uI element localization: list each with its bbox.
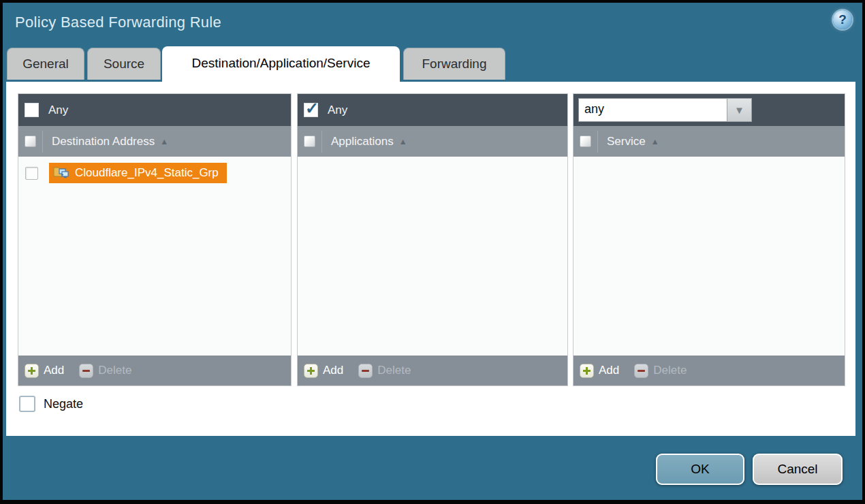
ok-button[interactable]: OK bbox=[656, 454, 744, 485]
applications-any-label: Any bbox=[328, 104, 347, 117]
add-icon bbox=[25, 364, 39, 378]
address-group-icon bbox=[53, 165, 69, 181]
destination-any-label: Any bbox=[48, 104, 68, 117]
service-select-all-checkbox[interactable] bbox=[580, 136, 591, 147]
service-any-bar: any ▼ bbox=[573, 94, 845, 126]
destination-any-checkbox[interactable] bbox=[25, 103, 39, 117]
applications-header-row: Applications ▲ bbox=[298, 126, 567, 157]
tab-source[interactable]: Source bbox=[87, 48, 161, 80]
applications-any-bar: ✓ Any bbox=[298, 94, 567, 126]
service-dropdown-value[interactable]: any bbox=[578, 98, 727, 122]
tab-content-panel: Any Destination Address ▲ bbox=[6, 82, 855, 436]
negate-option: Negate bbox=[19, 396, 83, 412]
destination-add-button[interactable]: Add bbox=[25, 364, 64, 378]
service-add-button[interactable]: Add bbox=[580, 364, 619, 378]
header-divider bbox=[597, 131, 598, 153]
destination-row-checkbox[interactable] bbox=[25, 167, 38, 180]
destination-delete-button[interactable]: Delete bbox=[79, 364, 131, 378]
destination-any-bar: Any bbox=[18, 94, 291, 126]
help-icon[interactable]: ? bbox=[833, 10, 852, 29]
header-divider bbox=[42, 131, 43, 153]
cancel-button[interactable]: Cancel bbox=[753, 454, 843, 485]
service-header-label[interactable]: Service bbox=[607, 135, 646, 148]
destination-row: Cloudflare_IPv4_Static_Grp bbox=[18, 157, 291, 183]
service-list bbox=[573, 157, 845, 356]
checkmark-icon: ✓ bbox=[305, 99, 319, 118]
applications-list bbox=[298, 157, 567, 356]
sort-asc-icon[interactable]: ▲ bbox=[651, 137, 659, 146]
destination-row-label: Cloudflare_IPv4_Static_Grp bbox=[75, 166, 219, 180]
add-icon bbox=[580, 364, 594, 378]
add-icon bbox=[304, 364, 318, 378]
tab-destination-application-service[interactable]: Destination/Application/Service bbox=[162, 46, 400, 83]
destination-row-item[interactable]: Cloudflare_IPv4_Static_Grp bbox=[49, 163, 227, 183]
tab-forwarding[interactable]: Forwarding bbox=[403, 48, 505, 80]
delete-icon bbox=[79, 364, 93, 378]
applications-footer: Add Delete bbox=[298, 356, 567, 385]
service-dropdown[interactable]: any ▼ bbox=[578, 98, 752, 122]
applications-header-label[interactable]: Applications bbox=[331, 135, 394, 148]
destination-select-all-checkbox[interactable] bbox=[25, 136, 36, 147]
sort-asc-icon[interactable]: ▲ bbox=[160, 137, 168, 146]
policy-based-forwarding-dialog: Policy Based Forwarding Rule ? General S… bbox=[0, 0, 865, 504]
applications-delete-button[interactable]: Delete bbox=[358, 364, 411, 378]
dropdown-button[interactable]: ▼ bbox=[727, 98, 752, 122]
destination-list: Cloudflare_IPv4_Static_Grp bbox=[18, 157, 291, 356]
service-column: any ▼ Service ▲ Add bbox=[573, 93, 845, 386]
service-delete-button[interactable]: Delete bbox=[634, 364, 687, 378]
negate-checkbox[interactable] bbox=[19, 396, 35, 412]
chevron-down-icon: ▼ bbox=[734, 104, 744, 116]
sort-asc-icon[interactable]: ▲ bbox=[399, 137, 407, 146]
service-header-row: Service ▲ bbox=[573, 126, 845, 157]
destination-column: Any Destination Address ▲ bbox=[18, 93, 292, 386]
delete-icon bbox=[634, 364, 648, 378]
destination-header-row: Destination Address ▲ bbox=[18, 126, 291, 157]
dialog-title: Policy Based Forwarding Rule bbox=[15, 14, 221, 31]
destination-footer: Add Delete bbox=[18, 356, 291, 385]
tab-general[interactable]: General bbox=[7, 48, 84, 80]
applications-column: ✓ Any Applications ▲ Add bbox=[297, 93, 568, 386]
dialog-background: Policy Based Forwarding Rule ? General S… bbox=[3, 3, 862, 500]
applications-add-button[interactable]: Add bbox=[304, 364, 343, 378]
service-footer: Add Delete bbox=[573, 356, 845, 385]
negate-label: Negate bbox=[44, 397, 83, 411]
applications-any-checkbox[interactable]: ✓ bbox=[304, 103, 318, 117]
applications-select-all-checkbox[interactable] bbox=[304, 136, 315, 147]
delete-icon bbox=[358, 364, 373, 378]
destination-header-label[interactable]: Destination Address bbox=[52, 135, 155, 148]
header-divider bbox=[321, 131, 322, 153]
